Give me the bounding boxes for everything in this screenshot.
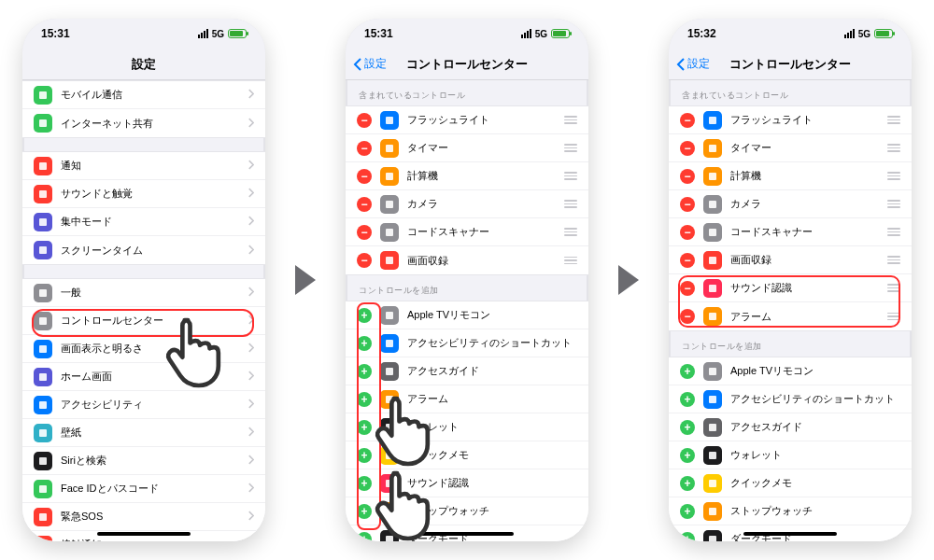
settings-row[interactable]: モバイル通信 xyxy=(22,81,265,109)
drag-handle-icon[interactable] xyxy=(562,257,577,265)
row-label: ホーム画面 xyxy=(61,370,248,384)
included-control-row[interactable]: −タイマー xyxy=(669,134,912,162)
add-button[interactable]: + xyxy=(357,336,372,351)
settings-row[interactable]: コントロールセンター xyxy=(22,307,265,335)
add-control-row[interactable]: +Apple TVリモコン xyxy=(669,357,912,385)
add-button[interactable]: + xyxy=(680,448,695,463)
app-icon xyxy=(703,418,722,437)
drag-handle-icon[interactable] xyxy=(885,144,900,152)
settings-row[interactable]: アクセシビリティ xyxy=(22,391,265,419)
settings-row[interactable]: Siriと検索 xyxy=(22,447,265,475)
add-button[interactable]: + xyxy=(357,532,372,542)
settings-row[interactable]: スクリーンタイム xyxy=(22,236,265,264)
app-icon xyxy=(380,502,399,521)
remove-button[interactable]: − xyxy=(357,253,372,268)
included-control-row[interactable]: −アラーム xyxy=(669,302,912,330)
drag-handle-icon[interactable] xyxy=(562,116,577,124)
drag-handle-icon[interactable] xyxy=(885,228,900,236)
settings-row[interactable]: ホーム画面 xyxy=(22,363,265,391)
add-button[interactable]: + xyxy=(680,476,695,491)
settings-row[interactable]: 一般 xyxy=(22,279,265,307)
add-button[interactable]: + xyxy=(680,532,695,542)
drag-handle-icon[interactable] xyxy=(562,144,577,152)
included-control-row[interactable]: −画面収録 xyxy=(669,246,912,274)
remove-button[interactable]: − xyxy=(357,141,372,156)
included-control-row[interactable]: −タイマー xyxy=(346,134,588,162)
add-button[interactable]: + xyxy=(357,448,372,463)
drag-handle-icon[interactable] xyxy=(562,228,577,236)
add-control-row[interactable]: +アクセスガイド xyxy=(346,357,588,385)
add-button[interactable]: + xyxy=(680,420,695,435)
signal-icon xyxy=(198,29,208,38)
drag-handle-icon[interactable] xyxy=(885,284,900,292)
back-button[interactable]: 設定 xyxy=(353,49,387,79)
add-control-row[interactable]: +ウォレット xyxy=(669,441,912,469)
drag-handle-icon[interactable] xyxy=(562,200,577,208)
add-button[interactable]: + xyxy=(680,392,695,407)
settings-row[interactable]: Face IDとパスコード xyxy=(22,475,265,503)
remove-button[interactable]: − xyxy=(357,113,372,128)
included-control-row[interactable]: −コードスキャナー xyxy=(346,218,588,246)
drag-handle-icon[interactable] xyxy=(885,313,900,321)
remove-button[interactable]: − xyxy=(357,225,372,240)
app-icon xyxy=(380,446,399,465)
settings-row[interactable]: 画面表示と明るさ xyxy=(22,335,265,363)
drag-handle-icon[interactable] xyxy=(885,256,900,264)
remove-button[interactable]: − xyxy=(680,225,695,240)
add-control-row[interactable]: +クイックメモ xyxy=(669,469,912,497)
included-control-row[interactable]: −画面収録 xyxy=(346,246,588,274)
settings-row[interactable]: 通知 xyxy=(22,152,265,180)
remove-button[interactable]: − xyxy=(680,309,695,324)
add-control-row[interactable]: +ウォレット xyxy=(346,413,588,441)
add-button[interactable]: + xyxy=(357,476,372,491)
included-control-row[interactable]: −計算機 xyxy=(346,162,588,190)
add-button[interactable]: + xyxy=(357,504,372,519)
svg-rect-27 xyxy=(386,424,393,431)
add-control-row[interactable]: +ストップウォッチ xyxy=(346,497,588,525)
drag-handle-icon[interactable] xyxy=(885,200,900,208)
included-control-row[interactable]: −カメラ xyxy=(669,190,912,218)
add-button[interactable]: + xyxy=(357,308,372,323)
add-button[interactable]: + xyxy=(357,420,372,435)
remove-button[interactable]: − xyxy=(680,253,695,268)
add-control-row[interactable]: +ストップウォッチ xyxy=(669,497,912,525)
drag-handle-icon[interactable] xyxy=(885,116,900,124)
remove-button[interactable]: − xyxy=(680,281,695,296)
remove-button[interactable]: − xyxy=(357,169,372,184)
settings-row[interactable]: 集中モード xyxy=(22,208,265,236)
add-control-row[interactable]: +Apple TVリモコン xyxy=(346,301,588,329)
settings-row[interactable]: 緊急SOS xyxy=(22,503,265,531)
included-control-row[interactable]: −フラッシュライト xyxy=(669,106,912,134)
drag-handle-icon[interactable] xyxy=(562,172,577,180)
add-button[interactable]: + xyxy=(680,364,695,379)
included-control-row[interactable]: −計算機 xyxy=(669,162,912,190)
app-icon xyxy=(34,241,52,259)
remove-button[interactable]: − xyxy=(680,141,695,156)
included-control-row[interactable]: −カメラ xyxy=(346,190,588,218)
add-control-row[interactable]: +アラーム xyxy=(346,385,588,413)
battery-icon xyxy=(874,29,893,38)
add-control-row[interactable]: +アクセシビリティのショートカット xyxy=(669,385,912,413)
svg-rect-30 xyxy=(386,508,393,515)
row-label: タイマー xyxy=(407,141,562,155)
settings-row[interactable]: インターネット共有 xyxy=(22,109,265,137)
add-button[interactable]: + xyxy=(357,364,372,379)
remove-button[interactable]: − xyxy=(680,169,695,184)
add-control-row[interactable]: +アクセスガイド xyxy=(669,413,912,441)
drag-handle-icon[interactable] xyxy=(885,172,900,180)
included-control-row[interactable]: −フラッシュライト xyxy=(346,106,588,134)
remove-button[interactable]: − xyxy=(680,113,695,128)
add-control-row[interactable]: +クイックメモ xyxy=(346,441,588,469)
included-control-row[interactable]: −サウンド認識 xyxy=(669,274,912,302)
settings-row[interactable]: 壁紙 xyxy=(22,419,265,447)
add-control-row[interactable]: +サウンド認識 xyxy=(346,469,588,497)
remove-button[interactable]: − xyxy=(680,197,695,212)
add-control-row[interactable]: +アクセシビリティのショートカット xyxy=(346,329,588,357)
settings-row[interactable]: サウンドと触覚 xyxy=(22,180,265,208)
back-button[interactable]: 設定 xyxy=(676,49,710,79)
included-control-row[interactable]: −コードスキャナー xyxy=(669,218,912,246)
svg-rect-13 xyxy=(39,485,47,493)
add-button[interactable]: + xyxy=(357,392,372,407)
remove-button[interactable]: − xyxy=(357,197,372,212)
add-button[interactable]: + xyxy=(680,504,695,519)
